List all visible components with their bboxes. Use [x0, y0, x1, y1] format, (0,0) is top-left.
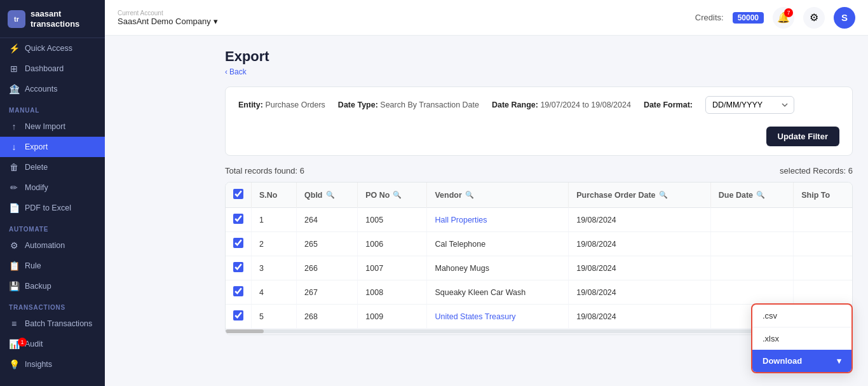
sidebar-item-label: Quick Access — [25, 44, 72, 53]
sidebar-item-audit[interactable]: 📊 Audit 1 — [0, 334, 105, 354]
credits-label: Credits: — [695, 13, 724, 22]
row-po-date: 19/08/2024 — [569, 208, 711, 232]
sidebar-item-backup[interactable]: 💾 Backup — [0, 276, 105, 296]
row-checkbox[interactable] — [233, 286, 243, 296]
po-no-search-icon[interactable]: 🔍 — [393, 191, 402, 199]
sidebar-item-label: Dashboard — [25, 64, 64, 73]
csv-option[interactable]: .csv — [752, 305, 851, 327]
sidebar-item-pdf-to-excel[interactable]: 📄 PDF to Excel — [0, 198, 105, 218]
row-sno: 1 — [252, 208, 297, 232]
row-checkbox[interactable] — [233, 238, 243, 248]
sidebar-item-modify[interactable]: ✏ Modify — [0, 177, 105, 198]
sidebar-item-delete[interactable]: 🗑 Delete — [0, 157, 105, 177]
row-po-no: 1006 — [358, 232, 427, 256]
table-row: 4 267 1008 Squeaky Kleen Car Wash 19/08/… — [226, 280, 852, 305]
download-popup: .csv .xlsx Download ▾ — [751, 303, 853, 373]
credits-value: 50000 — [733, 12, 764, 24]
row-vendor: Cal Telephone — [427, 232, 569, 256]
row-checkbox[interactable] — [233, 262, 243, 272]
row-checkbox[interactable] — [233, 310, 243, 321]
account-selector: Current Account SaasAnt Demo Company ▾ — [118, 10, 695, 26]
row-due-date — [710, 256, 793, 280]
sidebar-item-label: Automation — [25, 241, 65, 250]
vendor-search-icon[interactable]: 🔍 — [465, 191, 474, 199]
pdf-icon: 📄 — [9, 203, 19, 213]
topbar-actions: Credits: 50000 🔔 7 ⚙ S — [695, 7, 855, 29]
main-content: Export ‹ Back Entity: Purchase Orders Da… — [210, 36, 868, 386]
row-checkbox[interactable] — [233, 214, 243, 224]
due-date-search-icon[interactable]: 🔍 — [756, 191, 765, 199]
row-qbid: 266 — [297, 256, 358, 280]
delete-icon: 🗑 — [9, 162, 19, 172]
date-format-select[interactable]: DD/MM/YYYY MM/DD/YYYY YYYY/MM/DD — [705, 96, 794, 114]
update-filter-button[interactable]: Update Filter — [766, 127, 839, 146]
rule-icon: 📋 — [9, 261, 19, 271]
th-checkbox — [226, 183, 252, 208]
row-po-date: 19/08/2024 — [569, 280, 711, 305]
th-po-no: PO No🔍 — [358, 183, 427, 208]
row-po-date: 19/08/2024 — [569, 305, 711, 329]
qbid-search-icon[interactable]: 🔍 — [326, 191, 335, 199]
download-chevron-icon: ▾ — [837, 356, 841, 366]
row-sno: 4 — [252, 280, 297, 305]
th-po-date: Purchase Order Date🔍 — [569, 183, 711, 208]
account-name[interactable]: SaasAnt Demo Company ▾ — [118, 17, 695, 26]
filter-entity: Entity: Purchase Orders — [238, 100, 325, 109]
row-sno: 3 — [252, 256, 297, 280]
records-bar: Total records found: 6 selected Records:… — [225, 166, 853, 176]
sidebar-item-label: New Import — [25, 122, 65, 131]
row-due-date — [710, 232, 793, 256]
download-button[interactable]: Download ▾ — [752, 350, 851, 372]
sidebar: tr saasant transactions ⚡ Quick Access ⊞… — [0, 0, 105, 386]
row-due-date — [710, 208, 793, 232]
th-ship-to: Ship To — [794, 183, 852, 208]
user-avatar[interactable]: S — [834, 7, 855, 29]
sidebar-item-dashboard[interactable]: ⊞ Dashboard — [0, 59, 105, 79]
row-sno: 5 — [252, 305, 297, 329]
sidebar-item-rule[interactable]: 📋 Rule — [0, 256, 105, 276]
row-qbid: 264 — [297, 208, 358, 232]
th-sno: S.No — [252, 183, 297, 208]
select-all-checkbox[interactable] — [233, 189, 243, 199]
xlsx-option[interactable]: .xlsx — [752, 327, 851, 350]
topbar: Current Account SaasAnt Demo Company ▾ C… — [105, 0, 868, 36]
automate-section-label: AUTOMATE — [0, 218, 105, 235]
sidebar-item-automation[interactable]: ⚙ Automation — [0, 235, 105, 256]
table-row: 3 266 1007 Mahoney Mugs 19/08/2024 — [226, 256, 852, 280]
table-row: 2 265 1006 Cal Telephone 19/08/2024 — [226, 232, 852, 256]
sidebar-item-label: Modify — [25, 183, 48, 192]
app-brand: saasant — [31, 9, 79, 19]
back-link[interactable]: ‹ Back — [225, 67, 853, 76]
new-import-icon: ↑ — [9, 121, 19, 132]
sidebar-item-batch-transactions[interactable]: ≡ Batch Transactions — [0, 314, 105, 334]
sidebar-item-label: PDF to Excel — [25, 203, 71, 212]
sidebar-item-export[interactable]: ↓ Export — [0, 137, 105, 157]
sidebar-item-new-import[interactable]: ↑ New Import — [0, 116, 105, 137]
sidebar-item-quick-access[interactable]: ⚡ Quick Access — [0, 38, 105, 59]
sidebar-item-label: Audit — [25, 340, 43, 348]
back-arrow-icon: ‹ — [225, 67, 227, 76]
sidebar-item-label: Backup — [25, 282, 51, 291]
insights-icon: 💡 — [9, 359, 19, 369]
row-po-no: 1005 — [358, 208, 427, 232]
sidebar-item-label: Insights — [25, 360, 52, 369]
row-checkbox-cell — [226, 256, 252, 280]
app-logo-icon: tr — [8, 10, 25, 28]
export-icon: ↓ — [9, 142, 19, 152]
table-row: 1 264 1005 Hall Properties 19/08/2024 — [226, 208, 852, 232]
settings-button[interactable]: ⚙ — [803, 7, 825, 29]
row-vendor: United States Treasury — [427, 305, 569, 329]
row-ship-to — [794, 256, 852, 280]
filter-date-range: Date Range: 19/07/2024 to 19/08/2024 — [492, 100, 631, 109]
row-vendor: Hall Properties — [427, 208, 569, 232]
sidebar-item-accounts[interactable]: 🏦 Accounts — [0, 79, 105, 99]
th-due-date: Due Date🔍 — [710, 183, 793, 208]
sidebar-item-insights[interactable]: 💡 Insights — [0, 354, 105, 375]
po-date-search-icon[interactable]: 🔍 — [659, 191, 668, 199]
row-po-no: 1009 — [358, 305, 427, 329]
scroll-thumb[interactable] — [226, 329, 264, 333]
notifications-button[interactable]: 🔔 7 — [773, 7, 794, 29]
filter-date-type: Date Type: Search By Transaction Date — [338, 100, 479, 109]
row-ship-to — [794, 280, 852, 305]
sidebar-item-label: Rule — [25, 261, 41, 270]
